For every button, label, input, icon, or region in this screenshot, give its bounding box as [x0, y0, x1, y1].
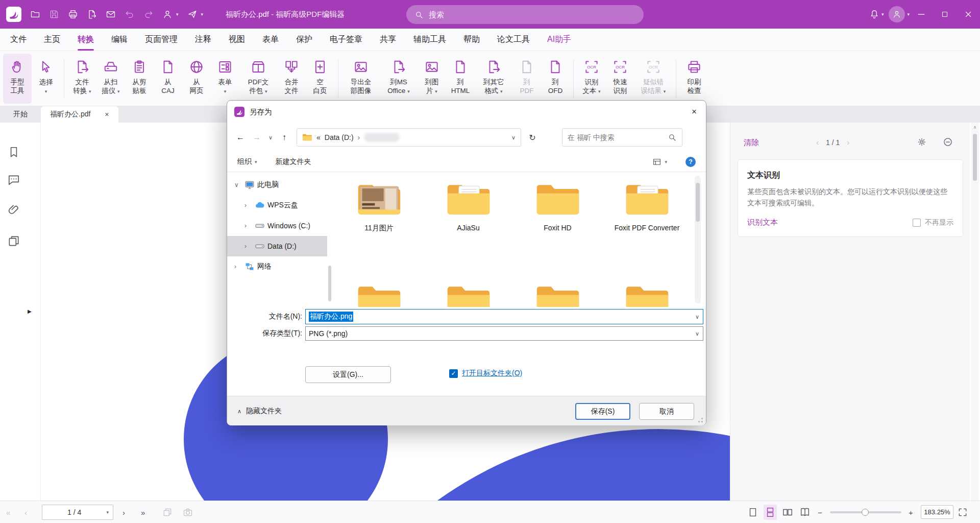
dialog-search-input[interactable] — [568, 133, 664, 141]
scroll-up-icon[interactable]: ∧ — [971, 125, 979, 130]
account-avatar[interactable] — [889, 6, 905, 22]
export-icon[interactable] — [87, 9, 97, 19]
tree-chevron-icon[interactable]: › — [244, 222, 254, 229]
tree-chevron-icon[interactable]: › — [234, 263, 243, 270]
clear-button[interactable]: 清除 — [744, 138, 759, 148]
ribbon-to-html[interactable]: 到HTML — [446, 54, 475, 104]
ribbon-form[interactable]: 表单▾ — [211, 54, 239, 104]
menu-tab-5[interactable]: 注释 — [195, 29, 211, 51]
refresh-button[interactable]: ↻ — [524, 129, 541, 146]
file-tile-0[interactable]: 11月图片 — [334, 181, 424, 233]
file-tile-partial-3[interactable] — [602, 282, 692, 307]
ribbon-from-clipboard[interactable]: 从剪贴板 — [125, 54, 154, 104]
filename-caret-icon[interactable]: ∨ — [692, 314, 703, 320]
document-scrollbar[interactable]: ∧ — [971, 123, 979, 501]
ribbon-recognize-text[interactable]: 识别文本 ▾ — [577, 54, 606, 104]
file-list-scrollbar-thumb[interactable] — [696, 183, 700, 222]
fit-screen-icon[interactable] — [958, 501, 968, 523]
undo-icon[interactable] — [125, 9, 135, 19]
ribbon-from-caj[interactable]: 从CAJ — [154, 54, 182, 104]
ribbon-to-ms-office[interactable]: 到MSOffice ▾ — [380, 54, 418, 104]
tree-item-0[interactable]: ∨此电脑 — [227, 175, 327, 195]
redo-icon[interactable] — [143, 9, 154, 19]
open-target-folder-option[interactable]: ✓ 打开目标文件夹(O) — [449, 369, 522, 378]
settings-button[interactable]: 设置(G)... — [305, 366, 391, 383]
zoom-out-icon[interactable]: − — [818, 501, 822, 523]
open-folder-checkbox[interactable]: ✓ — [449, 369, 458, 378]
zoom-level-box[interactable]: 183.25% — [921, 505, 953, 519]
help-button[interactable]: ? — [685, 157, 696, 167]
titlebar-search[interactable] — [406, 5, 644, 24]
notifications-caret-icon[interactable]: ▾ — [881, 12, 884, 17]
menu-tab-1[interactable]: 主页 — [44, 29, 60, 51]
tree-scrollbar-thumb[interactable] — [328, 266, 331, 301]
menu-tab-9[interactable]: 电子签章 — [330, 29, 362, 51]
ribbon-from-web[interactable]: 从网页 — [182, 54, 211, 104]
view-facing-icon[interactable] — [781, 505, 794, 520]
zoom-slider-thumb[interactable] — [862, 509, 869, 516]
ribbon-to-other-format[interactable]: 到其它格式 ▾ — [475, 54, 512, 104]
next-page-icon[interactable]: › — [122, 501, 125, 523]
pages-panel-icon[interactable] — [7, 234, 20, 248]
ribbon-print-check[interactable]: 印刷检查 — [680, 54, 708, 104]
page-caret-icon[interactable]: ▾ — [106, 510, 109, 515]
scrollbar-thumb[interactable] — [973, 134, 977, 181]
tree-item-4[interactable]: ›网络 — [227, 256, 327, 277]
view-single-page-icon[interactable] — [746, 505, 760, 520]
page-number-box[interactable]: 1 / 4 ▾ — [42, 505, 113, 520]
tree-chevron-icon[interactable]: › — [244, 243, 254, 250]
open-file-icon[interactable] — [30, 9, 40, 19]
dialog-close-button[interactable]: × — [682, 101, 706, 123]
view-toggle-icon[interactable]: ▾ — [652, 157, 667, 167]
share-icon[interactable] — [162, 9, 173, 19]
breadcrumb-collapsed[interactable]: « — [316, 133, 321, 141]
menu-tab-11[interactable]: 辅助工具 — [413, 29, 446, 51]
tree-chevron-icon[interactable]: › — [244, 202, 254, 209]
menu-tab-14[interactable]: AI助手 — [547, 29, 571, 51]
cancel-button[interactable]: 取消 — [639, 403, 694, 420]
ribbon-file-convert[interactable]: 文件转换 ▾ — [68, 54, 96, 104]
dialog-resize-grip[interactable] — [701, 421, 703, 422]
view-book-icon[interactable] — [798, 505, 812, 520]
file-tile-2[interactable]: Foxit HD — [513, 181, 602, 233]
ribbon-export-all-images[interactable]: 导出全部图像 — [342, 54, 380, 104]
menu-tab-7[interactable]: 表单 — [262, 29, 279, 51]
file-tile-partial-1[interactable] — [424, 282, 513, 307]
file-tile-partial-2[interactable] — [513, 282, 602, 307]
maximize-button[interactable] — [933, 0, 957, 29]
breadcrumb-caret-icon[interactable]: ∨ — [511, 134, 516, 141]
comments-panel-icon[interactable] — [7, 173, 20, 186]
breadcrumb-location[interactable]: Data (D:) — [325, 133, 354, 141]
menu-tab-10[interactable]: 共享 — [380, 29, 396, 51]
save-button[interactable]: 保存(S) — [575, 403, 630, 420]
ribbon-quick-recognize[interactable]: 快速识别 — [606, 54, 634, 104]
hide-folders-button[interactable]: ∧ 隐藏文件夹 — [237, 396, 282, 426]
menu-tab-6[interactable]: 视图 — [229, 29, 245, 51]
send-icon[interactable] — [187, 9, 198, 19]
ribbon-blank-page[interactable]: 空白页 — [306, 54, 334, 104]
attachments-panel-icon[interactable] — [7, 203, 20, 217]
tab-close-icon[interactable]: × — [105, 110, 109, 118]
tree-chevron-icon[interactable]: ∨ — [234, 181, 243, 188]
share-caret-icon[interactable]: ▾ — [176, 12, 179, 17]
menu-tab-8[interactable]: 保护 — [296, 29, 312, 51]
save-icon[interactable] — [49, 9, 59, 19]
nav-back-button[interactable]: ← — [232, 129, 249, 146]
toolbar-more-chevron-icon[interactable]: ▾ — [201, 12, 204, 17]
filename-input[interactable]: 福昕办公.png ∨ — [305, 309, 703, 324]
menu-tab-3[interactable]: 编辑 — [111, 29, 128, 51]
tree-item-3[interactable]: ›Data (D:) — [227, 236, 327, 256]
notifications-bell-icon[interactable] — [869, 9, 879, 19]
view-continuous-icon[interactable] — [764, 505, 777, 520]
file-tile-partial-0[interactable] — [334, 282, 424, 307]
nav-recent-caret-icon[interactable]: ∨ — [265, 129, 276, 146]
file-list-scrollbar[interactable] — [695, 176, 701, 303]
ribbon-to-ofd[interactable]: 到OFD — [541, 54, 570, 104]
menu-tab-4[interactable]: 页面管理 — [145, 29, 178, 51]
dismiss-checkbox[interactable] — [913, 219, 921, 227]
dialog-search[interactable] — [562, 128, 682, 147]
menu-tab-13[interactable]: 论文工具 — [497, 29, 530, 51]
organize-button[interactable]: 组织 ▾ — [237, 157, 257, 167]
tree-item-1[interactable]: ›WPS云盘 — [227, 195, 327, 216]
bookmarks-panel-icon[interactable] — [7, 146, 20, 159]
